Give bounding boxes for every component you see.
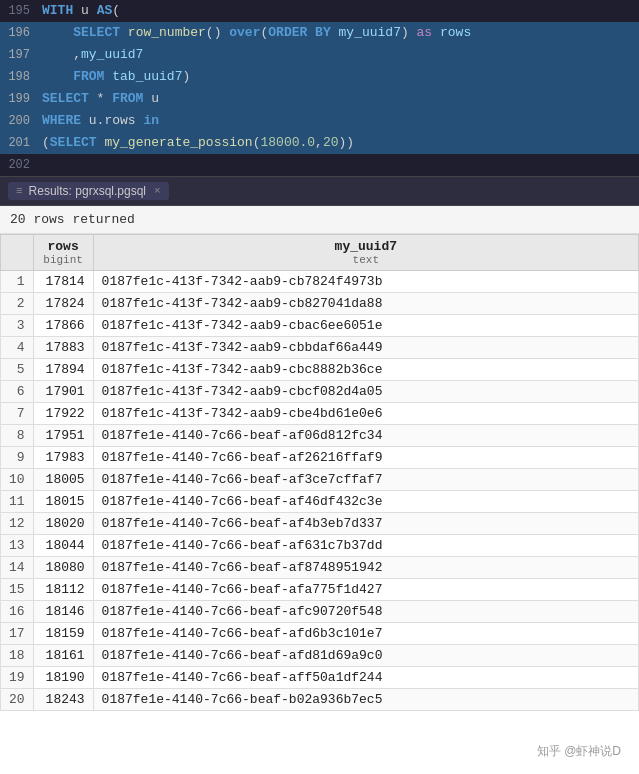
row-index: 6: [1, 381, 34, 403]
code-line: 197 ,my_uuid7: [0, 44, 639, 66]
table-row: 10180050187fe1e-4140-7c66-beaf-af3ce7cff…: [1, 469, 639, 491]
line-number: 198: [0, 66, 40, 88]
row-index: 13: [1, 535, 34, 557]
uuid-value: 0187fe1e-4140-7c66-beaf-af26216ffaf9: [93, 447, 638, 469]
rows-value: 17922: [33, 403, 93, 425]
table-row: 12180200187fe1e-4140-7c66-beaf-af4b3eb7d…: [1, 513, 639, 535]
tab-close[interactable]: ×: [154, 185, 161, 197]
row-index: 9: [1, 447, 34, 469]
table-row: 18181610187fe1e-4140-7c66-beaf-afd81d69a…: [1, 645, 639, 667]
line-number: 199: [0, 88, 40, 110]
line-number: 195: [0, 0, 40, 22]
rows-value: 17824: [33, 293, 93, 315]
rows-value: 18146: [33, 601, 93, 623]
uuid-value: 0187fe1e-4140-7c66-beaf-afa775f1d427: [93, 579, 638, 601]
row-index: 8: [1, 425, 34, 447]
results-area: 20 rows returned rowsbigintmy_uuid7text …: [0, 206, 639, 711]
row-index: 16: [1, 601, 34, 623]
table-row: 17181590187fe1e-4140-7c66-beaf-afd6b3c10…: [1, 623, 639, 645]
row-index: 2: [1, 293, 34, 315]
line-number: 201: [0, 132, 40, 154]
results-tab[interactable]: ≡ Results: pgrxsql.pgsql ×: [8, 182, 169, 200]
rows-returned: 20 rows returned: [0, 206, 639, 234]
column-header: rowsbigint: [33, 235, 93, 271]
row-index: 19: [1, 667, 34, 689]
line-content: (SELECT my_generate_possion(18000.0,20)): [40, 132, 639, 154]
rows-value: 17866: [33, 315, 93, 337]
code-line: 201(SELECT my_generate_possion(18000.0,2…: [0, 132, 639, 154]
rows-value: 18005: [33, 469, 93, 491]
table-row: 4178830187fe1c-413f-7342-aab9-cbbdaf66a4…: [1, 337, 639, 359]
rows-value: 17951: [33, 425, 93, 447]
tab-bar: ≡ Results: pgrxsql.pgsql ×: [0, 176, 639, 206]
row-index: 17: [1, 623, 34, 645]
uuid-value: 0187fe1e-4140-7c66-beaf-af8748951942: [93, 557, 638, 579]
row-index: 1: [1, 271, 34, 293]
uuid-value: 0187fe1e-4140-7c66-beaf-afd6b3c101e7: [93, 623, 638, 645]
rows-value: 17901: [33, 381, 93, 403]
code-line: 202: [0, 154, 639, 176]
uuid-value: 0187fe1c-413f-7342-aab9-cbbdaf66a449: [93, 337, 638, 359]
uuid-value: 0187fe1e-4140-7c66-beaf-afc90720f548: [93, 601, 638, 623]
line-content: SELECT row_number() over(ORDER BY my_uui…: [40, 22, 639, 44]
row-index: 14: [1, 557, 34, 579]
table-row: 11180150187fe1e-4140-7c66-beaf-af46df432…: [1, 491, 639, 513]
table-row: 1178140187fe1c-413f-7342-aab9-cb7824f497…: [1, 271, 639, 293]
row-index: 5: [1, 359, 34, 381]
table-row: 7179220187fe1c-413f-7342-aab9-cbe4bd61e0…: [1, 403, 639, 425]
row-index: 10: [1, 469, 34, 491]
code-line: 200WHERE u.rows in: [0, 110, 639, 132]
line-content: FROM tab_uuid7): [40, 66, 639, 88]
line-content: SELECT * FROM u: [40, 88, 639, 110]
code-line: 198 FROM tab_uuid7): [0, 66, 639, 88]
uuid-value: 0187fe1e-4140-7c66-beaf-af631c7b37dd: [93, 535, 638, 557]
row-index: 4: [1, 337, 34, 359]
code-editor: 195WITH u AS(196 SELECT row_number() ove…: [0, 0, 639, 176]
uuid-value: 0187fe1c-413f-7342-aab9-cbcf082d4a05: [93, 381, 638, 403]
rows-value: 17814: [33, 271, 93, 293]
code-line: 199SELECT * FROM u: [0, 88, 639, 110]
row-index: 20: [1, 689, 34, 711]
tab-icon: ≡: [16, 185, 23, 197]
line-content: WHERE u.rows in: [40, 110, 639, 132]
uuid-value: 0187fe1c-413f-7342-aab9-cbe4bd61e0e6: [93, 403, 638, 425]
uuid-value: 0187fe1e-4140-7c66-beaf-af4b3eb7d337: [93, 513, 638, 535]
line-number: 200: [0, 110, 40, 132]
uuid-value: 0187fe1c-413f-7342-aab9-cbac6ee6051e: [93, 315, 638, 337]
rows-value: 18112: [33, 579, 93, 601]
column-name: rows: [42, 239, 85, 254]
table-row: 8179510187fe1e-4140-7c66-beaf-af06d812fc…: [1, 425, 639, 447]
line-number: 196: [0, 22, 40, 44]
uuid-value: 0187fe1c-413f-7342-aab9-cb827041da88: [93, 293, 638, 315]
rows-value: 18161: [33, 645, 93, 667]
table-row: 6179010187fe1c-413f-7342-aab9-cbcf082d4a…: [1, 381, 639, 403]
table-row: 16181460187fe1e-4140-7c66-beaf-afc90720f…: [1, 601, 639, 623]
column-header: my_uuid7text: [93, 235, 638, 271]
row-index: 12: [1, 513, 34, 535]
rows-value: 18044: [33, 535, 93, 557]
rows-value: 18020: [33, 513, 93, 535]
column-type: bigint: [42, 254, 85, 266]
table-row: 9179830187fe1e-4140-7c66-beaf-af26216ffa…: [1, 447, 639, 469]
uuid-value: 0187fe1e-4140-7c66-beaf-af3ce7cffaf7: [93, 469, 638, 491]
rows-value: 18015: [33, 491, 93, 513]
row-index: 15: [1, 579, 34, 601]
line-content: WITH u AS(: [40, 0, 639, 22]
column-type: text: [102, 254, 630, 266]
rows-value: 17894: [33, 359, 93, 381]
rows-value: 18243: [33, 689, 93, 711]
line-content: ,my_uuid7: [40, 44, 639, 66]
table-row: 5178940187fe1c-413f-7342-aab9-cbc8882b36…: [1, 359, 639, 381]
table-row: 3178660187fe1c-413f-7342-aab9-cbac6ee605…: [1, 315, 639, 337]
uuid-value: 0187fe1e-4140-7c66-beaf-af46df432c3e: [93, 491, 638, 513]
column-name: my_uuid7: [102, 239, 630, 254]
row-index: 7: [1, 403, 34, 425]
table-row: 2178240187fe1c-413f-7342-aab9-cb827041da…: [1, 293, 639, 315]
tab-label: Results: pgrxsql.pgsql: [29, 184, 146, 198]
table-row: 15181120187fe1e-4140-7c66-beaf-afa775f1d…: [1, 579, 639, 601]
code-line: 196 SELECT row_number() over(ORDER BY my…: [0, 22, 639, 44]
row-index: 11: [1, 491, 34, 513]
table-row: 13180440187fe1e-4140-7c66-beaf-af631c7b3…: [1, 535, 639, 557]
uuid-value: 0187fe1c-413f-7342-aab9-cbc8882b36ce: [93, 359, 638, 381]
uuid-value: 0187fe1e-4140-7c66-beaf-af06d812fc34: [93, 425, 638, 447]
